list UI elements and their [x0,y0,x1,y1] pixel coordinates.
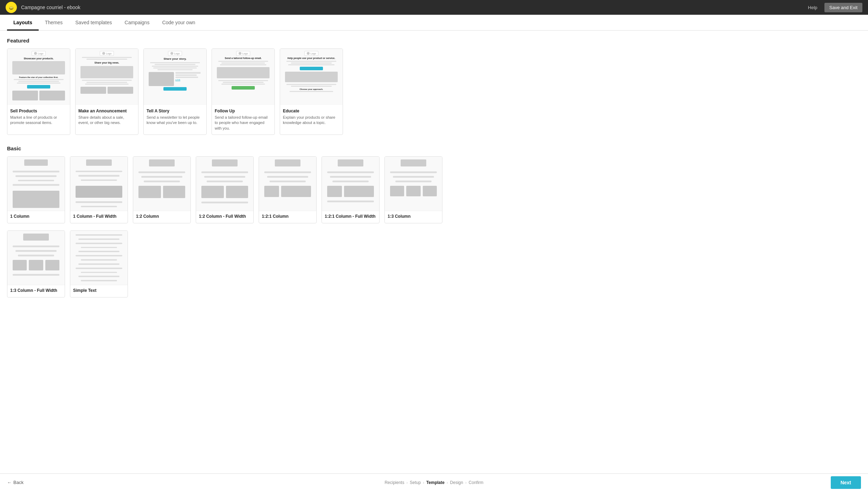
logo-tag: Logo [32,51,46,56]
simple-text-info: Simple Text [70,285,128,297]
1-2-column-full-info: 1:2 Column - Full Width [196,211,253,223]
story-preview: Logo Share your story. [144,49,206,105]
tab-layouts[interactable]: Layouts [7,15,39,31]
1-3-column-full-info: 1:3 Column - Full Width [7,285,65,297]
template-card-1-column[interactable]: 1 Column [7,156,65,223]
template-card-story[interactable]: Logo Share your story. [143,48,207,135]
simple-text-preview [70,231,128,285]
template-card-1-2-column-full[interactable]: 1:2 Column - Full Width [196,156,254,223]
1-column-full-title: 1 Column - Full Width [73,214,125,219]
announcement-info: Make an Announcement Share details about… [76,105,138,129]
campaign-title: Campagne courriel - ebook [21,5,80,10]
template-card-1-3-column[interactable]: 1:3 Column [384,156,442,223]
1-2-column-title: 1:2 Column [136,214,188,219]
save-exit-button[interactable]: Save and Exit [824,3,862,12]
sell-products-title: Sell Products [10,109,67,113]
template-card-1-2-1-column-full[interactable]: 1:2:1 Column - Full Width [322,156,380,223]
featured-section-header: Featured [7,38,861,44]
educate-desc: Explain your products or share knowledge… [283,115,340,126]
topbar-right: Help Save and Exit [808,3,862,12]
1-3-column-preview [385,157,442,211]
simple-text-title: Simple Text [73,288,125,293]
1-2-1-column-full-title: 1:2:1 Column - Full Width [325,214,376,219]
1-3-column-full-title: 1:3 Column - Full Width [10,288,62,293]
announcement-title: Make an Announcement [78,109,135,113]
tab-campaigns[interactable]: Campaigns [118,15,156,31]
sell-products-preview: Logo Showcase your products. Feature the… [7,49,70,105]
basic-grid-row2: 1:3 Column - Full Width [7,230,861,297]
template-card-educate[interactable]: Logo Help people use your product or ser… [280,48,343,135]
logo-tag: Logo [304,51,319,56]
1-2-column-info: 1:2 Column [133,211,190,223]
featured-grid: Logo Showcase your products. Feature the… [7,48,861,135]
template-card-1-3-column-full[interactable]: 1:3 Column - Full Width [7,230,65,297]
tab-code-your-own[interactable]: Code your own [156,15,201,31]
1-3-column-title: 1:3 Column [388,214,439,219]
template-card-sell-products[interactable]: Logo Showcase your products. Feature the… [7,48,70,135]
story-title: Tell A Story [147,109,203,113]
get-started-btn [300,67,323,70]
template-card-followup[interactable]: Logo Send a tailored follow-up email. [212,48,275,135]
1-2-column-preview [133,157,190,211]
sell-products-info: Sell Products Market a line of products … [7,105,70,129]
tab-themes[interactable]: Themes [39,15,69,31]
scroll-area: Featured Logo Showcase your products. Fe… [0,31,868,333]
mailchimp-logo [6,2,17,13]
1-2-1-column-info: 1:2:1 Column [259,211,316,223]
tabs-bar: Layouts Themes Saved templates Campaigns… [0,15,868,31]
educate-preview: Logo Help people use your product or ser… [280,49,343,105]
1-2-column-full-preview [196,157,253,211]
followup-preview: Logo Send a tailored follow-up email. [212,49,274,105]
followup-info: Follow Up Send a tailored follow-up emai… [212,105,274,135]
topbar: Campagne courriel - ebook Help Save and … [0,0,868,15]
basic-grid: 1 Column 1 Column - [7,156,861,223]
main-content: Layouts Themes Saved templates Campaigns… [0,15,868,473]
sell-products-desc: Market a line of products or promote sea… [10,115,67,126]
educate-title: Educate [283,109,340,113]
template-card-1-column-full[interactable]: 1 Column - Full Width [70,156,128,223]
cta-btn [27,85,50,89]
template-card-1-2-1-column[interactable]: 1:2:1 Column [259,156,317,223]
1-column-full-preview [70,157,128,211]
1-column-full-info: 1 Column - Full Width [70,211,128,223]
story-info: Tell A Story Send a newsletter to let pe… [144,105,206,129]
1-2-1-column-full-preview [322,157,379,211]
svg-point-6 [12,7,12,8]
1-2-1-column-full-info: 1:2:1 Column - Full Width [322,211,379,223]
1-2-1-column-preview [259,157,316,211]
followup-desc: Send a tailored follow-up email to peopl… [215,115,272,131]
educate-info: Educate Explain your products or share k… [280,105,343,129]
shop-btn [232,86,255,90]
template-card-announcement[interactable]: Logo Share your big news. [75,48,138,135]
basic-section-header: Basic [7,145,861,151]
1-3-column-info: 1:3 Column [385,211,442,223]
svg-point-5 [11,7,11,8]
announcement-desc: Share details about a sale, event, or ot… [78,115,135,126]
tab-saved-templates[interactable]: Saved templates [69,15,118,31]
logo-tag: Logo [236,51,251,56]
read-more-btn [163,87,187,91]
logo-tag: Logo [168,51,182,56]
1-column-title: 1 Column [10,214,62,219]
template-card-1-2-column[interactable]: 1:2 Column [133,156,191,223]
1-3-column-full-preview [7,231,65,285]
1-2-1-column-title: 1:2:1 Column [262,214,313,219]
announcement-preview: Logo Share your big news. [76,49,138,105]
1-2-column-full-title: 1:2 Column - Full Width [199,214,251,219]
1-column-info: 1 Column [7,211,65,223]
topbar-left: Campagne courriel - ebook [6,2,80,13]
story-desc: Send a newsletter to let people know wha… [147,115,203,126]
logo-tag: Logo [100,51,114,56]
followup-title: Follow Up [215,109,272,113]
help-link[interactable]: Help [808,5,817,10]
1-column-preview [7,157,65,211]
template-card-simple-text[interactable]: Simple Text [70,230,128,297]
